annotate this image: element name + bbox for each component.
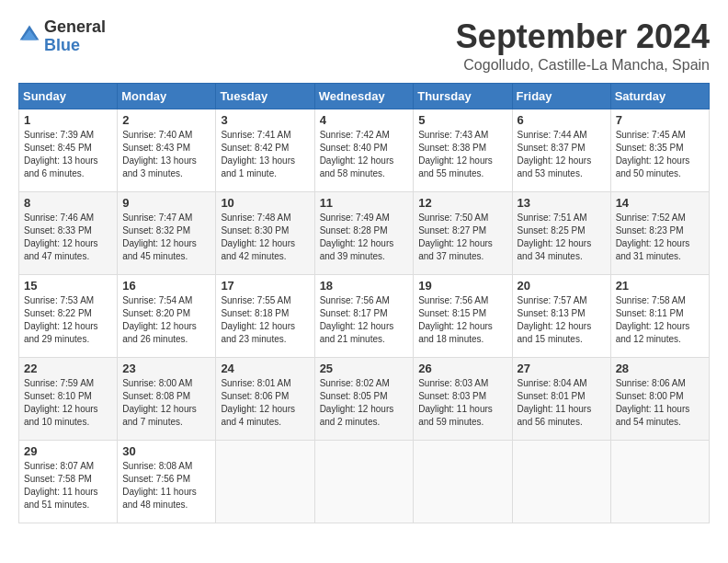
day-number: 13 [518,196,606,210]
month-title: September 2024 [456,18,710,55]
calendar-week-row: 15Sunrise: 7:53 AMSunset: 8:22 PMDayligh… [19,274,710,357]
weekday-header-tuesday: Tuesday [216,83,314,109]
location-text: Cogolludo, Castille-La Mancha, Spain [456,57,710,74]
day-info: Sunrise: 8:06 AMSunset: 8:00 PMDaylight:… [616,377,704,429]
day-number: 27 [518,362,606,375]
calendar-cell: 8Sunrise: 7:46 AMSunset: 8:33 PMDaylight… [19,191,118,274]
day-info: Sunrise: 7:56 AMSunset: 8:15 PMDaylight:… [418,294,506,346]
day-number: 18 [320,279,409,293]
calendar-cell: 17Sunrise: 7:55 AMSunset: 8:18 PMDayligh… [216,274,314,357]
calendar-week-row: 29Sunrise: 8:07 AMSunset: 7:58 PMDayligh… [19,440,710,523]
weekday-header-friday: Friday [512,83,610,109]
calendar-week-row: 8Sunrise: 7:46 AMSunset: 8:33 PMDaylight… [19,191,710,274]
day-number: 1 [24,113,112,127]
day-info: Sunrise: 7:52 AMSunset: 8:23 PMDaylight:… [616,212,704,263]
title-section: September 2024 Cogolludo, Castille-La Ma… [456,18,710,74]
logo-blue-text: Blue [44,37,106,55]
calendar-cell [512,440,610,523]
calendar-header-row: SundayMondayTuesdayWednesdayThursdayFrid… [19,83,710,109]
day-info: Sunrise: 7:51 AMSunset: 8:25 PMDaylight:… [518,212,606,263]
calendar-cell: 28Sunrise: 8:06 AMSunset: 8:00 PMDayligh… [610,357,709,440]
calendar-cell: 3Sunrise: 7:41 AMSunset: 8:42 PMDaylight… [216,109,314,191]
calendar-cell: 22Sunrise: 7:59 AMSunset: 8:10 PMDayligh… [19,357,118,440]
weekday-header-thursday: Thursday [414,83,512,109]
day-number: 12 [418,196,506,210]
day-info: Sunrise: 7:42 AMSunset: 8:40 PMDaylight:… [320,129,409,180]
calendar-cell: 15Sunrise: 7:53 AMSunset: 8:22 PMDayligh… [19,274,118,357]
weekday-header-saturday: Saturday [610,83,709,109]
calendar-cell: 7Sunrise: 7:45 AMSunset: 8:35 PMDaylight… [610,109,709,191]
logo-general-text: General [44,18,106,37]
day-info: Sunrise: 7:55 AMSunset: 8:18 PMDaylight:… [221,294,309,346]
day-info: Sunrise: 7:54 AMSunset: 8:20 PMDaylight:… [122,294,210,346]
day-number: 21 [616,279,704,293]
day-number: 30 [122,444,210,458]
day-number: 6 [518,113,606,127]
day-number: 20 [518,279,606,293]
day-number: 15 [24,279,112,293]
day-info: Sunrise: 8:00 AMSunset: 8:08 PMDaylight:… [122,377,210,429]
day-number: 24 [221,362,309,375]
day-number: 16 [122,279,210,293]
day-info: Sunrise: 7:48 AMSunset: 8:30 PMDaylight:… [221,212,309,263]
day-info: Sunrise: 7:41 AMSunset: 8:42 PMDaylight:… [221,129,309,180]
day-number: 2 [122,113,210,127]
page-header: General Blue September 2024 Cogolludo, C… [18,18,710,74]
calendar-cell: 19Sunrise: 7:56 AMSunset: 8:15 PMDayligh… [414,274,512,357]
calendar-cell: 12Sunrise: 7:50 AMSunset: 8:27 PMDayligh… [414,191,512,274]
calendar-cell: 1Sunrise: 7:39 AMSunset: 8:45 PMDaylight… [19,109,118,191]
day-number: 29 [24,444,112,458]
day-number: 7 [616,113,704,127]
calendar-cell [414,440,512,523]
calendar-cell: 10Sunrise: 7:48 AMSunset: 8:30 PMDayligh… [216,191,314,274]
calendar-cell: 21Sunrise: 7:58 AMSunset: 8:11 PMDayligh… [610,274,709,357]
calendar-cell: 11Sunrise: 7:49 AMSunset: 8:28 PMDayligh… [314,191,414,274]
day-number: 19 [418,279,506,293]
calendar-cell: 14Sunrise: 7:52 AMSunset: 8:23 PMDayligh… [610,191,709,274]
calendar-cell: 26Sunrise: 8:03 AMSunset: 8:03 PMDayligh… [414,357,512,440]
calendar-cell: 5Sunrise: 7:43 AMSunset: 8:38 PMDaylight… [414,109,512,191]
day-info: Sunrise: 8:03 AMSunset: 8:03 PMDaylight:… [418,377,506,429]
day-number: 23 [122,362,210,375]
day-info: Sunrise: 8:08 AMSunset: 7:56 PMDaylight:… [122,460,210,511]
day-info: Sunrise: 7:53 AMSunset: 8:22 PMDaylight:… [24,294,112,346]
day-number: 28 [616,362,704,375]
logo-icon [18,24,40,46]
day-info: Sunrise: 7:58 AMSunset: 8:11 PMDaylight:… [616,294,704,346]
day-info: Sunrise: 7:46 AMSunset: 8:33 PMDaylight:… [24,212,112,263]
calendar-cell: 18Sunrise: 7:56 AMSunset: 8:17 PMDayligh… [314,274,414,357]
weekday-header-sunday: Sunday [19,83,118,109]
calendar-cell: 6Sunrise: 7:44 AMSunset: 8:37 PMDaylight… [512,109,610,191]
calendar-cell: 23Sunrise: 8:00 AMSunset: 8:08 PMDayligh… [118,357,216,440]
day-number: 9 [122,196,210,210]
day-number: 17 [221,279,309,293]
day-info: Sunrise: 8:01 AMSunset: 8:06 PMDaylight:… [221,377,309,429]
day-info: Sunrise: 8:07 AMSunset: 7:58 PMDaylight:… [24,460,112,511]
day-info: Sunrise: 8:02 AMSunset: 8:05 PMDaylight:… [320,377,409,429]
logo: General Blue [18,18,106,55]
day-number: 26 [418,362,506,375]
calendar-cell: 29Sunrise: 8:07 AMSunset: 7:58 PMDayligh… [19,440,118,523]
calendar-cell [216,440,314,523]
calendar-cell: 30Sunrise: 8:08 AMSunset: 7:56 PMDayligh… [118,440,216,523]
day-info: Sunrise: 7:59 AMSunset: 8:10 PMDaylight:… [24,377,112,429]
day-number: 8 [24,196,112,210]
day-info: Sunrise: 7:43 AMSunset: 8:38 PMDaylight:… [418,129,506,180]
calendar-week-row: 1Sunrise: 7:39 AMSunset: 8:45 PMDaylight… [19,109,710,191]
day-info: Sunrise: 7:50 AMSunset: 8:27 PMDaylight:… [418,212,506,263]
weekday-header-monday: Monday [118,83,216,109]
calendar-week-row: 22Sunrise: 7:59 AMSunset: 8:10 PMDayligh… [19,357,710,440]
calendar-table: SundayMondayTuesdayWednesdayThursdayFrid… [18,83,710,523]
day-info: Sunrise: 7:57 AMSunset: 8:13 PMDaylight:… [518,294,606,346]
calendar-cell: 24Sunrise: 8:01 AMSunset: 8:06 PMDayligh… [216,357,314,440]
day-info: Sunrise: 7:45 AMSunset: 8:35 PMDaylight:… [616,129,704,180]
day-number: 3 [221,113,309,127]
day-info: Sunrise: 7:40 AMSunset: 8:43 PMDaylight:… [122,129,210,180]
day-number: 14 [616,196,704,210]
day-info: Sunrise: 7:49 AMSunset: 8:28 PMDaylight:… [320,212,409,263]
day-info: Sunrise: 7:56 AMSunset: 8:17 PMDaylight:… [320,294,409,346]
day-number: 10 [221,196,309,210]
calendar-cell: 13Sunrise: 7:51 AMSunset: 8:25 PMDayligh… [512,191,610,274]
day-number: 22 [24,362,112,375]
calendar-cell: 2Sunrise: 7:40 AMSunset: 8:43 PMDaylight… [118,109,216,191]
